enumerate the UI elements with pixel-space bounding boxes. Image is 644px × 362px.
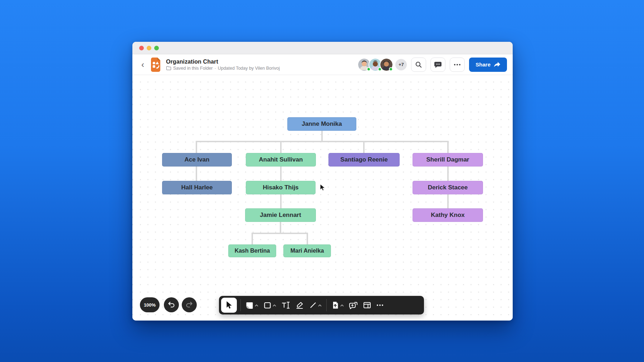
- more-options-button[interactable]: [450, 58, 465, 72]
- collaborator-avatar-3[interactable]: [380, 58, 393, 71]
- document-title: Organization Chart: [166, 59, 280, 65]
- sticky-note-icon: [245, 301, 254, 309]
- connector: [321, 131, 323, 142]
- frame-layout-icon: [363, 301, 371, 309]
- search-button[interactable]: [411, 58, 426, 72]
- undo-button[interactable]: [164, 297, 179, 312]
- toolbar-divider: [326, 299, 327, 311]
- org-node[interactable]: Derick Stacee: [413, 181, 483, 194]
- connector: [280, 167, 282, 181]
- connector: [252, 233, 253, 244]
- connector: [196, 141, 197, 153]
- undo-icon: [167, 301, 175, 308]
- back-button[interactable]: ‹: [138, 60, 147, 69]
- folder-icon: [166, 66, 171, 70]
- connector: [280, 194, 282, 208]
- comment-bubble-icon: [434, 61, 442, 68]
- folder-status-text: Saved in this Folder: [173, 66, 213, 71]
- line-icon: [309, 301, 317, 309]
- collaborator-avatars: +7: [357, 58, 407, 71]
- drawing-toolbar: [219, 296, 424, 314]
- sticky-note-tool-button[interactable]: [243, 298, 261, 313]
- select-tool-button[interactable]: [221, 298, 237, 313]
- org-node[interactable]: Hisako Thijs: [246, 181, 316, 194]
- pen-icon: [296, 301, 304, 309]
- connector: [280, 141, 282, 153]
- text-tool-icon: [281, 301, 291, 309]
- connector: [447, 141, 449, 153]
- org-node[interactable]: Mari Anielka: [283, 244, 331, 257]
- status-separator: ·: [214, 66, 216, 71]
- cursor-arrow-icon: [225, 301, 233, 309]
- share-label: Share: [475, 61, 491, 68]
- org-node[interactable]: Santiago Reenie: [328, 153, 400, 167]
- maximize-window-button[interactable]: [154, 46, 159, 50]
- frame-tool-button[interactable]: [360, 298, 374, 313]
- online-status-dot: [389, 67, 393, 71]
- zoom-level-button[interactable]: 100%: [140, 297, 160, 312]
- org-node[interactable]: Ace Ivan: [162, 153, 232, 167]
- shape-menu-caret[interactable]: [273, 304, 276, 307]
- more-tools-button[interactable]: [374, 298, 386, 313]
- org-node[interactable]: Anahit Sullivan: [246, 153, 316, 167]
- line-menu-caret[interactable]: [318, 304, 322, 307]
- comments-button[interactable]: [430, 58, 445, 72]
- ellipsis-icon: [376, 304, 384, 306]
- toolbar-divider: [240, 299, 241, 311]
- document-header: ‹ Organization Chart Saved in this Folde…: [132, 54, 513, 75]
- connector: [196, 167, 197, 181]
- org-node[interactable]: Sherill Dagmar: [413, 153, 483, 167]
- document-title-block: Organization Chart Saved in this Folder …: [166, 59, 280, 71]
- pen-tool-button[interactable]: [293, 298, 307, 313]
- minimize-window-button[interactable]: [147, 46, 151, 50]
- sticky-note-menu-caret[interactable]: [255, 304, 258, 307]
- app-window: ‹ Organization Chart Saved in this Folde…: [132, 42, 513, 321]
- close-window-button[interactable]: [139, 46, 144, 50]
- document-app-icon: [150, 57, 162, 72]
- mouse-cursor: [319, 184, 326, 192]
- ellipsis-icon: [454, 64, 461, 66]
- search-icon: [415, 61, 422, 68]
- whiteboard-canvas[interactable]: Janne Monika Ace Ivan Anahit Sullivan Sa…: [132, 75, 513, 321]
- rectangle-shape-icon: [263, 301, 272, 309]
- connector: [196, 141, 449, 142]
- comment-plus-icon: [349, 301, 358, 309]
- connector: [307, 233, 308, 244]
- upload-tool-button[interactable]: [329, 298, 346, 313]
- document-subtitle: Saved in this Folder · Updated Today by …: [166, 66, 280, 71]
- shape-tool-button[interactable]: [261, 298, 279, 313]
- share-arrow-icon: [494, 61, 501, 68]
- text-tool-button[interactable]: [279, 298, 293, 313]
- redo-icon: [185, 301, 193, 308]
- upload-menu-caret[interactable]: [340, 304, 344, 307]
- desktop-background: { "header": { "title": "Organization Cha…: [0, 0, 644, 362]
- org-node[interactable]: Kash Bertina: [228, 244, 276, 257]
- connector: [447, 194, 449, 208]
- org-node[interactable]: Janne Monika: [287, 117, 356, 131]
- org-node[interactable]: Hall Harlee: [162, 181, 232, 194]
- connector: [363, 141, 365, 153]
- share-button[interactable]: Share: [469, 58, 507, 72]
- updated-status-text: Updated Today by Vilen Borivoj: [218, 66, 280, 71]
- redo-button[interactable]: [182, 297, 197, 312]
- connector: [447, 167, 449, 181]
- connector: [280, 222, 281, 234]
- file-upload-icon: [331, 301, 339, 309]
- org-node[interactable]: Kathy Knox: [413, 208, 483, 222]
- comment-tool-button[interactable]: [346, 298, 360, 313]
- org-node[interactable]: Jamie Lennart: [245, 208, 316, 222]
- line-tool-button[interactable]: [307, 298, 324, 313]
- collaborators-overflow-badge[interactable]: +7: [395, 59, 407, 70]
- connector: [252, 233, 308, 234]
- window-titlebar: [132, 42, 513, 54]
